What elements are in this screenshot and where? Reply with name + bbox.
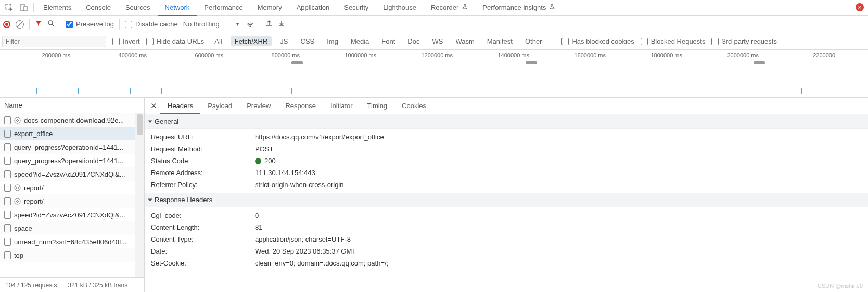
top-tab-performance-insights[interactable]: Performance insights (475, 0, 563, 16)
top-tab-sources[interactable]: Sources (118, 0, 158, 16)
detail-tab-headers[interactable]: Headers (160, 98, 200, 114)
status-dot-icon (255, 158, 261, 164)
invert-checkbox[interactable]: Invert (112, 37, 140, 45)
timeline-mark (271, 88, 271, 94)
type-filter-fetchxhr[interactable]: Fetch/XHR (231, 36, 272, 46)
top-tab-console[interactable]: Console (79, 0, 118, 16)
request-row[interactable]: query_progress?operationId=1441... (0, 154, 144, 167)
blocked-requests-checkbox[interactable]: Blocked Requests (641, 37, 706, 45)
type-filter-all[interactable]: All (210, 36, 226, 46)
timeline-overview[interactable]: 200000 ms400000 ms600000 ms800000 ms1000… (0, 50, 868, 98)
type-filter-css[interactable]: CSS (297, 36, 319, 46)
download-icon[interactable] (278, 20, 285, 29)
timeline-tick: 1800000 ms (650, 52, 682, 58)
top-tab-elements[interactable]: Elements (36, 0, 79, 16)
detail-tab-preview[interactable]: Preview (239, 98, 278, 114)
top-tab-memory[interactable]: Memory (250, 0, 289, 16)
type-filter-js[interactable]: JS (276, 36, 292, 46)
top-tab-network[interactable]: Network (158, 0, 197, 16)
request-row[interactable]: query_progress?operationId=1441... (0, 140, 144, 154)
filter-input[interactable] (2, 36, 106, 47)
request-row[interactable]: report/ (0, 181, 144, 194)
throttling-select[interactable]: No throttling▾ (183, 20, 241, 28)
file-icon (4, 197, 11, 205)
header-value: Wed, 20 Sep 2023 06:35:37 GMT (255, 247, 356, 255)
request-name: query_progress?operationId=1441... (14, 143, 123, 151)
timeline-handle[interactable] (526, 61, 537, 64)
type-filter-font[interactable]: Font (377, 36, 399, 46)
has-blocked-cookies-checkbox[interactable]: Has blocked cookies (561, 37, 634, 45)
network-conditions-icon[interactable] (246, 20, 254, 29)
type-filter-wasm[interactable]: Wasm (451, 36, 478, 46)
header-row: Date:Wed, 20 Sep 2023 06:35:37 GMT (145, 245, 868, 257)
timeline-mark (801, 88, 802, 94)
top-tab-performance[interactable]: Performance (197, 0, 250, 16)
general-section-header[interactable]: General (145, 114, 868, 129)
device-toggle-icon[interactable] (17, 1, 31, 15)
detail-pane: ✕ HeadersPayloadPreviewResponseInitiator… (145, 98, 868, 292)
top-tab-recorder[interactable]: Recorder (424, 0, 475, 16)
close-devtools-icon[interactable]: ✕ (856, 3, 864, 11)
timeline-tick: 1400000 ms (497, 52, 529, 58)
detail-tab-timing[interactable]: Timing (360, 98, 395, 114)
upload-icon[interactable] (265, 20, 273, 29)
type-filter-ws[interactable]: WS (428, 36, 447, 46)
file-icon (4, 184, 11, 192)
timeline-mark (291, 88, 292, 94)
preserve-log-checkbox[interactable]: Preserve log (66, 20, 114, 28)
disable-cache-checkbox[interactable]: Disable cache (125, 20, 178, 28)
transfer-size: 321 kB / 325 kB trans (62, 282, 133, 289)
inspect-icon[interactable] (2, 1, 17, 15)
type-filter-doc[interactable]: Doc (403, 36, 424, 46)
type-filter-other[interactable]: Other (521, 36, 546, 46)
header-row: Cgi_code:0 (145, 209, 868, 221)
close-detail-icon[interactable]: ✕ (147, 101, 160, 111)
request-name: docs-component-download.92e... (24, 116, 124, 124)
svg-point-7 (17, 187, 19, 189)
request-row[interactable]: speed?id=ZvszvAcZ0917CNXdQi&... (0, 208, 144, 221)
filter-icon[interactable] (35, 20, 42, 29)
svg-point-8 (15, 185, 20, 191)
disclosure-triangle-icon (148, 120, 152, 123)
file-icon (4, 251, 11, 259)
header-value: 200 (255, 157, 276, 165)
request-row[interactable]: speed?id=ZvszvAcZ0917CNXdQi&... (0, 167, 144, 181)
timeline-handle[interactable] (291, 61, 303, 64)
top-tab-lighthouse[interactable]: Lighthouse (376, 0, 424, 16)
file-icon (4, 143, 11, 151)
header-value: 0 (255, 211, 259, 219)
detail-tab-response[interactable]: Response (278, 98, 323, 114)
hide-data-urls-checkbox[interactable]: Hide data URLs (146, 37, 205, 45)
timeline-tick: 1000000 ms (344, 52, 376, 58)
type-filter-img[interactable]: Img (323, 36, 342, 46)
search-icon[interactable] (47, 20, 55, 29)
top-tab-security[interactable]: Security (337, 0, 376, 16)
timeline-handle[interactable] (754, 61, 765, 64)
detail-tab-cookies[interactable]: Cookies (394, 98, 433, 114)
header-key: Request Method: (151, 145, 255, 153)
record-icon[interactable] (3, 21, 10, 28)
request-row[interactable]: export_office (0, 127, 144, 140)
header-row: Content-Length:81 (145, 221, 868, 233)
request-row[interactable]: report/ (0, 194, 144, 208)
request-row[interactable]: unread_num?xsrf=68c435e806d40f... (0, 235, 144, 248)
request-row[interactable]: docs-component-download.92e... (0, 113, 144, 127)
type-filter-manifest[interactable]: Manifest (483, 36, 517, 46)
file-icon (4, 157, 11, 165)
third-party-checkbox[interactable]: 3rd-party requests (711, 37, 777, 45)
top-tab-application[interactable]: Application (289, 0, 337, 16)
gear-icon (14, 117, 21, 124)
detail-tab-initiator[interactable]: Initiator (323, 98, 360, 114)
request-list: docs-component-download.92e...export_off… (0, 113, 144, 277)
request-row[interactable]: space (0, 221, 144, 235)
detail-tab-payload[interactable]: Payload (200, 98, 239, 114)
gear-icon (14, 198, 21, 205)
clear-icon[interactable] (16, 20, 24, 29)
filter-bar: Invert Hide data URLs AllFetch/XHRJSCSSI… (0, 33, 868, 50)
request-row[interactable]: top (0, 248, 144, 262)
timeline-tick: 800000 ms (272, 52, 300, 58)
type-filter-media[interactable]: Media (347, 36, 373, 46)
scrollbar[interactable] (135, 113, 144, 277)
response-headers-section-header[interactable]: Response Headers (145, 193, 868, 207)
name-column-header[interactable]: Name (0, 98, 144, 113)
